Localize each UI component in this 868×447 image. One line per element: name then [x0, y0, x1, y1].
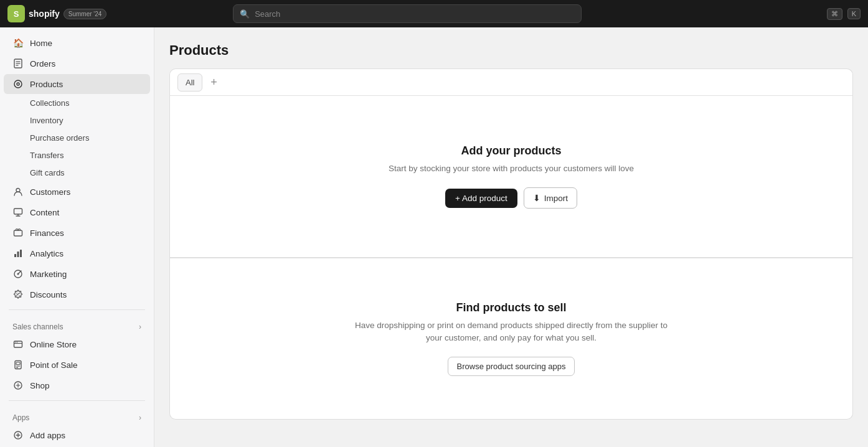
apps-section-header[interactable]: Apps › — [0, 406, 154, 425]
main-content: Products All + Add your products Start b… — [154, 27, 868, 447]
orders-icon — [12, 58, 24, 69]
sidebar-item-transfers-label: Transfers — [30, 151, 64, 160]
svg-rect-9 — [14, 254, 16, 257]
sidebar-item-analytics[interactable]: Analytics — [4, 243, 150, 263]
brand-logo[interactable]: S shopify Summer '24 — [7, 5, 106, 22]
sidebar-item-content-label: Content — [30, 208, 59, 217]
add-products-description: Start by stocking your store with produc… — [389, 162, 634, 175]
sidebar-item-shop-label: Shop — [30, 381, 50, 390]
add-product-button[interactable]: + Add product — [445, 189, 517, 208]
kbd-cmd: ⌘ — [827, 8, 842, 20]
svg-point-4 — [14, 80, 22, 88]
sidebar-item-online-store-label: Online Store — [30, 340, 77, 349]
svg-rect-8 — [14, 230, 22, 236]
sidebar-item-gift-cards[interactable]: Gift cards — [4, 164, 150, 181]
add-apps-icon — [12, 430, 24, 441]
products-icon — [12, 78, 24, 90]
search-bar[interactable]: 🔍 Search — [233, 4, 582, 23]
import-icon: ⬇ — [533, 193, 540, 203]
sidebar-item-customers-label: Customers — [30, 187, 70, 197]
svg-rect-11 — [20, 250, 22, 257]
add-product-button-label: + Add product — [455, 194, 507, 203]
sidebar-item-orders-label: Orders — [30, 59, 55, 68]
sidebar-item-purchase-orders-label: Purchase orders — [30, 133, 89, 143]
sidebar-item-collections[interactable]: Collections — [4, 95, 150, 111]
svg-point-5 — [17, 83, 19, 85]
sidebar-item-shop[interactable]: Shop — [4, 375, 150, 395]
search-icon: 🔍 — [240, 9, 250, 19]
browse-apps-button[interactable]: Browse product sourcing apps — [448, 357, 575, 376]
shopify-icon: S — [7, 5, 25, 22]
content-icon — [12, 207, 24, 218]
find-products-panel: Find products to sell Have dropshipping … — [169, 258, 853, 420]
sidebar-item-discounts-label: Discounts — [30, 290, 67, 299]
sidebar-item-online-store[interactable]: Online Store — [4, 334, 150, 354]
sidebar: 🏠 Home Orders Products Collections Inven… — [0, 27, 154, 447]
sidebar-item-inventory[interactable]: Inventory — [4, 112, 150, 129]
sidebar-item-orders[interactable]: Orders — [4, 54, 150, 73]
sidebar-item-home[interactable]: 🏠 Home — [4, 33, 150, 53]
online-store-icon — [12, 339, 24, 350]
import-button-label: Import — [544, 194, 568, 203]
top-navigation: S shopify Summer '24 🔍 Search ⌘ K — [0, 0, 868, 27]
import-button[interactable]: ⬇ Import — [524, 187, 577, 209]
sidebar-divider-1 — [9, 309, 145, 310]
sidebar-item-products[interactable]: Products — [4, 74, 150, 94]
analytics-icon — [12, 248, 24, 259]
marketing-icon — [12, 268, 24, 280]
season-badge: Summer '24 — [64, 9, 107, 19]
sidebar-item-finances-label: Finances — [30, 228, 64, 238]
svg-rect-7 — [14, 209, 22, 214]
apps-label: Apps — [12, 413, 29, 422]
sidebar-item-products-label: Products — [30, 80, 63, 89]
tab-all[interactable]: All — [177, 73, 202, 92]
find-products-title: Find products to sell — [456, 301, 566, 314]
tab-bar: All + — [169, 68, 853, 96]
tab-add-button[interactable]: + — [205, 73, 222, 91]
sidebar-item-marketing-label: Marketing — [30, 270, 67, 279]
sidebar-item-purchase-orders[interactable]: Purchase orders — [4, 129, 150, 146]
sidebar-item-finances[interactable]: Finances — [4, 223, 150, 243]
svg-rect-10 — [17, 252, 19, 257]
add-products-panel: Add your products Start by stocking your… — [169, 96, 853, 258]
sidebar-item-customers[interactable]: Customers — [4, 182, 150, 202]
kbd-k: K — [847, 8, 861, 19]
add-products-title: Add your products — [461, 144, 562, 158]
find-products-description: Have dropshipping or print on demand pro… — [349, 319, 673, 345]
pos-icon — [12, 359, 24, 370]
sidebar-item-collections-label: Collections — [30, 98, 70, 108]
home-icon: 🏠 — [12, 37, 24, 49]
chevron-right-icon: › — [139, 322, 141, 331]
sidebar-item-inventory-label: Inventory — [30, 116, 63, 125]
sidebar-item-content[interactable]: Content — [4, 202, 150, 222]
sidebar-item-pos-label: Point of Sale — [30, 360, 78, 370]
sidebar-item-gift-cards-label: Gift cards — [30, 168, 65, 177]
discounts-icon — [12, 289, 24, 300]
page-title: Products — [169, 42, 853, 59]
apps-chevron-icon: › — [139, 413, 141, 422]
shop-icon — [12, 380, 24, 391]
sales-channels-section[interactable]: Sales channels › — [0, 315, 154, 334]
sidebar-item-transfers[interactable]: Transfers — [4, 147, 150, 164]
brand-name: shopify — [29, 9, 60, 19]
topnav-right-actions: ⌘ K — [827, 8, 861, 20]
sidebar-item-pos[interactable]: Point of Sale — [4, 355, 150, 375]
svg-rect-21 — [16, 362, 20, 365]
sidebar-item-home-label: Home — [30, 39, 52, 48]
svg-point-13 — [17, 273, 19, 275]
svg-point-18 — [15, 342, 16, 342]
sidebar-item-analytics-label: Analytics — [30, 249, 64, 258]
svg-point-15 — [19, 295, 20, 296]
svg-point-14 — [16, 293, 17, 294]
sidebar-item-marketing[interactable]: Marketing — [4, 264, 150, 284]
finances-icon — [12, 227, 24, 238]
sidebar-item-add-apps-label: Add apps — [30, 431, 65, 440]
find-products-actions: Browse product sourcing apps — [448, 357, 575, 376]
sidebar-item-discounts[interactable]: Discounts — [4, 285, 150, 304]
svg-point-19 — [17, 342, 17, 342]
sales-channels-label: Sales channels — [12, 322, 63, 331]
customers-icon — [12, 186, 24, 197]
search-placeholder: Search — [255, 9, 280, 19]
sidebar-item-add-apps[interactable]: Add apps — [4, 425, 150, 445]
add-products-actions: + Add product ⬇ Import — [445, 187, 577, 209]
